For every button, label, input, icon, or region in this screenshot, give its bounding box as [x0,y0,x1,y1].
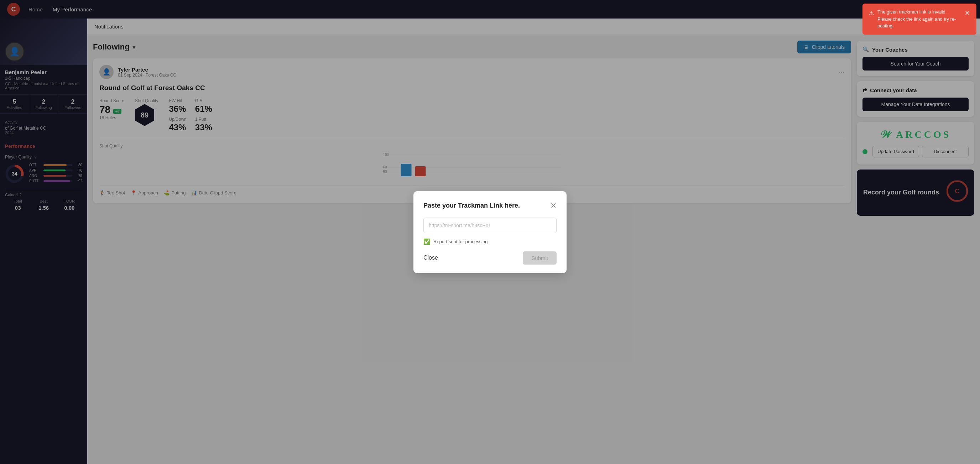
success-icon: ✅ [423,238,431,245]
success-text: Report sent for processing [433,239,487,244]
modal-header: Paste your Trackman Link here. ✕ [423,201,557,210]
modal-title: Paste your Trackman Link here. [423,202,520,210]
error-toast: ⚠ The given trackman link is invalid. Pl… [862,3,977,35]
trackman-link-input[interactable] [423,218,557,233]
modal-footer: Close Submit [423,251,557,265]
modal-success-message: ✅ Report sent for processing [423,238,557,245]
modal-submit-button[interactable]: Submit [523,251,557,265]
error-toast-message: The given trackman link is invalid. Plea… [877,8,958,30]
modal-close-icon-button[interactable]: ✕ [550,201,557,210]
error-toast-icon: ⚠ [869,9,874,17]
modal-close-button[interactable]: Close [423,252,438,264]
trackman-modal: Paste your Trackman Link here. ✕ ✅ Repor… [414,191,566,273]
modal-overlay[interactable]: Paste your Trackman Link here. ✕ ✅ Repor… [0,0,980,464]
error-toast-close-button[interactable]: ✕ [965,8,970,18]
